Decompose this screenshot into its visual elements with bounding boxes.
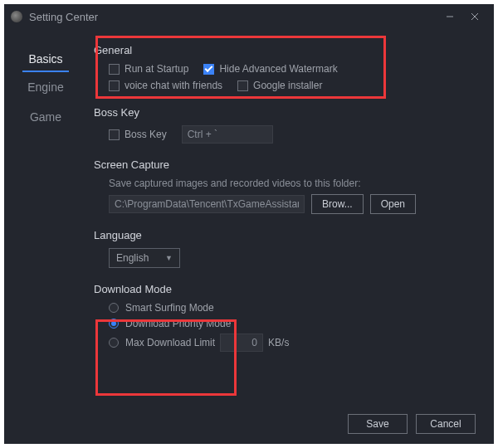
footer: Save Cancel [348,414,476,434]
cancel-button[interactable]: Cancel [416,414,476,434]
smart-surfing-label: Smart Surfing Mode [125,302,214,314]
settings-window: Setting Center Basics Engine Game Genera… [4,4,494,444]
google-installer-checkbox[interactable]: Google installer [237,80,322,91]
general-heading: General [94,44,476,56]
max-download-limit-radio[interactable]: Max Download Limit [109,337,215,348]
hide-watermark-label: Hide Advanced Watermark [219,63,337,75]
screencap-heading: Screen Capture [94,158,476,171]
download-limit-unit: KB/s [268,337,289,348]
content-pane: General Run at Startup Hide Advanced Wat… [87,29,494,444]
language-heading: Language [94,229,476,241]
download-priority-label: Download Priority Mode [125,318,231,329]
sidebar: Basics Engine Game [4,29,87,444]
voice-chat-checkbox[interactable]: voice chat with friends [109,80,222,91]
screencap-hint: Save captured images and recorded videos… [109,178,476,189]
run-at-startup-checkbox[interactable]: Run at Startup [109,63,188,75]
titlebar: Setting Center [4,4,494,29]
run-at-startup-label: Run at Startup [124,63,188,75]
minimize-button[interactable] [437,5,462,28]
close-button[interactable] [462,5,487,28]
app-logo-icon [11,11,22,22]
chevron-down-icon: ▼ [165,254,173,262]
open-button[interactable]: Open [370,194,416,214]
download-priority-radio[interactable]: Download Priority Mode [109,318,476,329]
language-selected: English [116,252,149,264]
bosskey-shortcut-input[interactable] [182,125,273,144]
sidebar-tab-engine[interactable]: Engine [4,72,87,102]
window-title: Setting Center [29,11,98,23]
browse-button[interactable]: Brow... [311,194,364,214]
hide-watermark-checkbox[interactable]: Hide Advanced Watermark [203,63,337,75]
voice-chat-label: voice chat with friends [124,80,222,91]
bosskey-label: Boss Key [124,129,167,140]
max-download-limit-label: Max Download Limit [125,337,215,348]
save-button[interactable]: Save [348,414,408,434]
screencap-path-input[interactable] [109,195,305,213]
bosskey-heading: Boss Key [94,106,476,119]
language-select[interactable]: English ▼ [109,248,180,268]
smart-surfing-radio[interactable]: Smart Surfing Mode [109,302,476,314]
download-limit-input[interactable] [220,334,263,352]
google-installer-label: Google installer [253,80,322,91]
sidebar-tab-game[interactable]: Game [4,102,87,132]
download-heading: Download Mode [94,283,476,295]
sidebar-tab-basics[interactable]: Basics [22,44,69,72]
bosskey-checkbox[interactable]: Boss Key [109,129,167,140]
